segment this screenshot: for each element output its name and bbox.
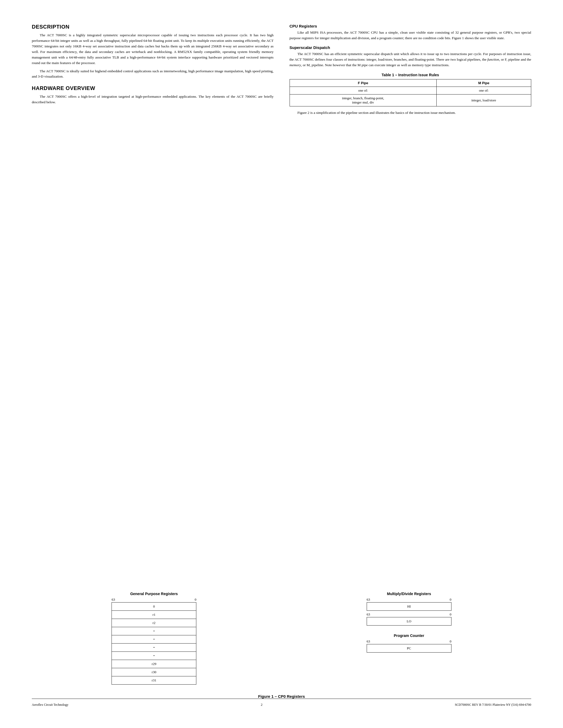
mdr-hi-bit-labels: 63 0 [367,597,452,602]
gpr-title: General Purpose Registers [130,592,178,596]
cpu-registers-para: Like all MIPS ISA processors, the ACT 70… [290,30,531,41]
table-header-mpipe: M Pipe [436,79,531,87]
figure-section: General Purpose Registers 63 0 0 r1 r2 •… [32,592,531,685]
left-column: DESCRIPTION The ACT 7000SC is a highly i… [32,24,274,581]
gpr-diagram: General Purpose Registers 63 0 0 r1 r2 •… [32,592,276,685]
page: DESCRIPTION The ACT 7000SC is a highly i… [0,0,563,728]
footer-center-page-number: 2 [261,703,262,707]
instruction-issue-table: F Pipe M Pipe one of: one of: integer, b… [290,79,531,106]
mdr-lo-bit-high: 63 [367,612,370,617]
hardware-overview-para: The ACT 7000SC offers a high-level of in… [32,94,274,105]
table-row: integer, branch, floating-point,integer … [290,94,531,106]
pc-bit-high: 63 [367,639,370,644]
table-cell-mpipe-types: integer, load/store [436,94,531,106]
table-row: one of: one of: [290,87,531,94]
mdr-hi-bit-low: 0 [450,597,452,602]
figure-note: Figure 2 is a simplification of the pipe… [290,110,531,116]
footer-left: Aeroflex Circuit Technology [32,703,68,707]
mdr-hi-box: HI [367,602,452,611]
mdr-lo-bit-low: 0 [450,612,452,617]
pc-bit-labels: 63 0 [367,639,452,644]
gpr-reg-r30: r30 [111,668,196,676]
table-header-fpipe: F Pipe [290,79,436,87]
gpr-reg-dot2: • [111,635,196,644]
right-diagrams: Multiply/Divide Registers 63 0 HI 63 0 L… [287,592,531,653]
mdr-title: Multiply/Divide Registers [387,592,431,596]
main-content: DESCRIPTION The ACT 7000SC is a highly i… [32,24,531,581]
gpr-reg-dot3: • [111,644,196,652]
right-column: CPU Registers Like all MIPS ISA processo… [290,24,531,581]
table-title: Table 1 – Instruction Issue Rules [290,73,531,77]
superscalar-dispatch-title: Superscalar Dispatch [290,45,531,50]
table-cell-fpipe-oneof: one of: [290,87,436,94]
pc-title: Program Counter [394,633,424,638]
gpr-reg-dot4: • [111,652,196,660]
cpu-registers-title: CPU Registers [290,24,531,28]
mdr-group: Multiply/Divide Registers 63 0 HI 63 0 L… [287,592,531,626]
pc-box: PC [367,644,452,653]
gpr-reg-r2: r2 [111,619,196,627]
gpr-reg-r29: r29 [111,660,196,668]
gpr-bit-labels: 63 0 [111,597,196,602]
mdr-hi-bit-high: 63 [367,597,370,602]
table-cell-fpipe-types: integer, branch, floating-point,integer … [290,94,436,106]
description-para-2: The ACT 7000SC is ideally suited for hig… [32,69,274,80]
table-cell-mpipe-oneof: one of: [436,87,531,94]
mdr-lo-bit-labels: 63 0 [367,612,452,617]
footer-right: SCD7000SC REV B 7/30/01 Plainview NY (51… [455,703,531,707]
gpr-reg-0: 0 [111,602,196,611]
gpr-reg-dot1: • [111,627,196,635]
pc-bit-low: 0 [450,639,452,644]
figure-caption: Figure 1 – CP0 Registers [32,694,531,699]
superscalar-dispatch-para: The ACT 7000SC has an efficient symmetri… [290,51,531,68]
description-para-1: The ACT 7000SC is a highly integrated sy… [32,33,274,66]
description-title: DESCRIPTION [32,24,274,30]
pc-group: Program Counter 63 0 PC [287,633,531,653]
gpr-reg-r1: r1 [111,611,196,619]
gpr-bit-high: 63 [111,597,115,602]
hardware-overview-title: HARDWARE OVERVIEW [32,85,274,91]
gpr-bit-low: 0 [195,597,196,602]
mdr-lo-box: LO [367,617,452,626]
footer: Aeroflex Circuit Technology 2 SCD7000SC … [32,699,531,707]
gpr-reg-r31: r31 [111,676,196,685]
